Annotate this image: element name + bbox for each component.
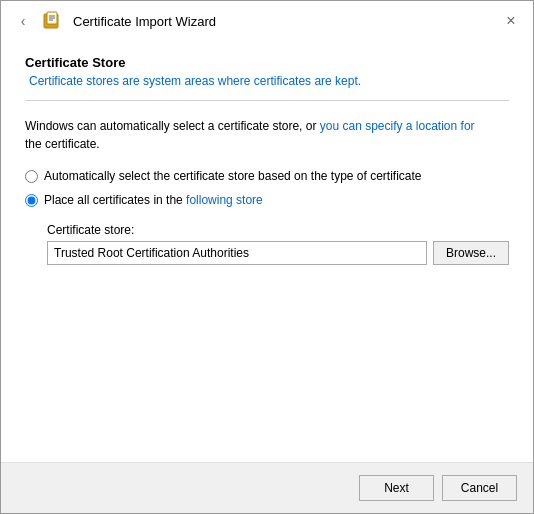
radio-place[interactable] [25, 194, 38, 207]
cancel-button[interactable]: Cancel [442, 475, 517, 501]
section-description: Certificate stores are system areas wher… [25, 74, 509, 88]
store-section: Certificate store: Browse... [47, 223, 509, 265]
radio-place-label: Place all certificates in the following … [44, 193, 263, 207]
radio-auto-label: Automatically select the certificate sto… [44, 169, 422, 183]
store-label: Certificate store: [47, 223, 509, 237]
dialog-footer: Next Cancel [1, 462, 533, 513]
dialog-title: Certificate Import Wizard [73, 14, 216, 29]
wizard-icon [41, 9, 65, 33]
title-bar: ‹ Certificate Import Wizard × [1, 1, 533, 39]
section-title: Certificate Store [25, 55, 509, 70]
radio-auto-item[interactable]: Automatically select the certificate sto… [25, 169, 509, 183]
info-text-suffix: the certificate. [25, 137, 100, 151]
dialog-content: Certificate Store Certificate stores are… [1, 39, 533, 462]
store-input-row: Browse... [47, 241, 509, 265]
info-text-link: you can specify a location for [320, 119, 475, 133]
dialog-window: ‹ Certificate Import Wizard × Certificat… [0, 0, 534, 514]
radio-group: Automatically select the certificate sto… [25, 169, 509, 207]
radio-place-link: following store [186, 193, 263, 207]
title-bar-left: ‹ Certificate Import Wizard [13, 9, 216, 33]
back-button[interactable]: ‹ [13, 11, 33, 31]
divider [25, 100, 509, 101]
store-input[interactable] [47, 241, 427, 265]
browse-button[interactable]: Browse... [433, 241, 509, 265]
info-text: Windows can automatically select a certi… [25, 117, 509, 153]
next-button[interactable]: Next [359, 475, 434, 501]
radio-place-item[interactable]: Place all certificates in the following … [25, 193, 509, 207]
close-button[interactable]: × [501, 11, 521, 31]
radio-auto[interactable] [25, 170, 38, 183]
info-text-prefix: Windows can automatically select a certi… [25, 119, 320, 133]
